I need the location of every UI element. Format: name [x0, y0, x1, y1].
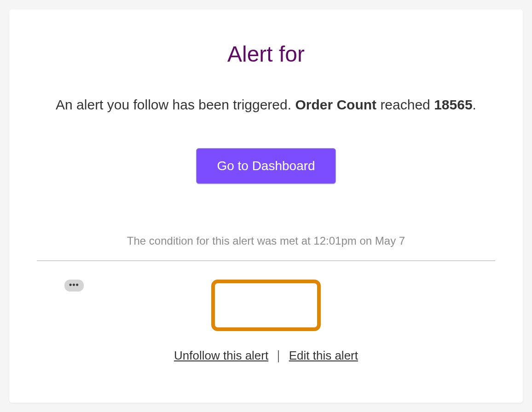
footer-links: Unfollow this alert Edit this alert: [37, 349, 495, 363]
go-to-dashboard-button[interactable]: Go to Dashboard: [196, 148, 335, 184]
more-options-icon[interactable]: •••: [64, 280, 84, 292]
highlight-box: [211, 280, 321, 331]
alert-description-prefix: An alert you follow has been triggered.: [56, 97, 295, 112]
alert-description-suffix: .: [473, 97, 476, 112]
button-container: Go to Dashboard: [37, 148, 495, 184]
edit-alert-link[interactable]: Edit this alert: [289, 349, 358, 362]
alert-condition-text: The condition for this alert was met at …: [37, 235, 495, 247]
alert-metric-value: 18565: [434, 97, 472, 112]
alert-metric-name: Order Count: [295, 97, 376, 112]
alert-description: An alert you follow has been triggered. …: [55, 94, 477, 116]
alert-card: Alert for An alert you follow has been t…: [9, 9, 523, 403]
alert-description-middle: reached: [376, 97, 434, 112]
footer-separator: [278, 350, 279, 362]
alert-title: Alert for: [37, 41, 495, 67]
mid-section: •••: [37, 280, 495, 331]
divider: [37, 260, 495, 261]
unfollow-alert-link[interactable]: Unfollow this alert: [174, 349, 268, 362]
